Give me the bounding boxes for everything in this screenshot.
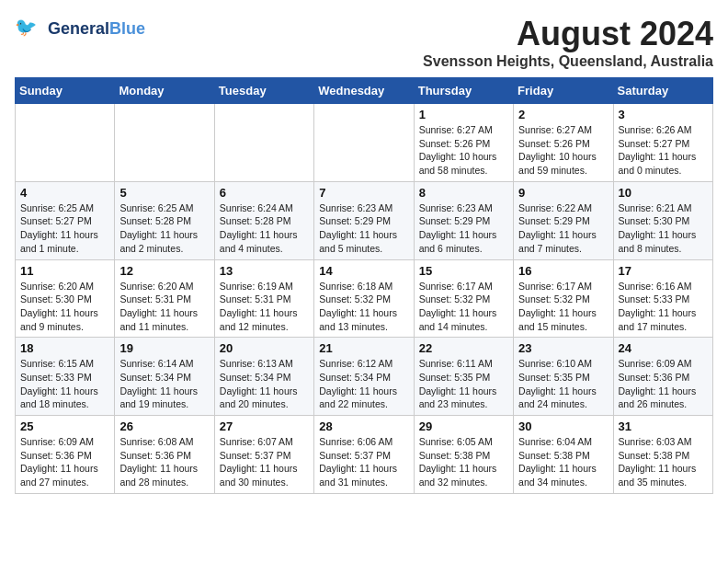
calendar-cell: 3Sunrise: 6:26 AM Sunset: 5:27 PM Daylig… (613, 104, 712, 182)
logo: 🐦 GeneralBlue (15, 15, 145, 44)
day-info: Sunrise: 6:25 AM Sunset: 5:28 PM Dayligh… (119, 201, 209, 256)
calendar-cell: 5Sunrise: 6:25 AM Sunset: 5:28 PM Daylig… (115, 181, 214, 259)
location: Svensson Heights, Queensland, Australia (423, 53, 713, 70)
day-info: Sunrise: 6:21 AM Sunset: 5:30 PM Dayligh… (619, 201, 708, 256)
day-info: Sunrise: 6:15 AM Sunset: 5:33 PM Dayligh… (20, 357, 109, 411)
day-info: Sunrise: 6:20 AM Sunset: 5:30 PM Dayligh… (20, 280, 109, 334)
calendar-cell: 31Sunrise: 6:03 AM Sunset: 5:38 PM Dayli… (613, 416, 712, 494)
calendar-week-row: 4Sunrise: 6:25 AM Sunset: 5:27 PM Daylig… (16, 181, 713, 259)
day-number: 3 (619, 108, 708, 121)
calendar-week-row: 1Sunrise: 6:27 AM Sunset: 5:26 PM Daylig… (16, 104, 713, 182)
day-info: Sunrise: 6:06 AM Sunset: 5:37 PM Dayligh… (319, 435, 408, 489)
day-number: 31 (619, 419, 708, 433)
calendar-cell: 17Sunrise: 6:16 AM Sunset: 5:33 PM Dayli… (613, 259, 712, 338)
day-info: Sunrise: 6:18 AM Sunset: 5:32 PM Dayligh… (319, 280, 408, 334)
calendar-cell: 21Sunrise: 6:12 AM Sunset: 5:34 PM Dayli… (314, 338, 414, 416)
calendar-cell: 24Sunrise: 6:09 AM Sunset: 5:36 PM Dayli… (613, 338, 712, 416)
day-info: Sunrise: 6:19 AM Sunset: 5:31 PM Dayligh… (220, 280, 309, 334)
calendar-cell (115, 104, 214, 182)
calendar-cell: 7Sunrise: 6:23 AM Sunset: 5:29 PM Daylig… (314, 181, 414, 259)
page-header: 🐦 GeneralBlue August 2024 Svensson Heigh… (15, 15, 713, 70)
calendar-cell: 19Sunrise: 6:14 AM Sunset: 5:34 PM Dayli… (115, 338, 214, 416)
day-info: Sunrise: 6:05 AM Sunset: 5:38 PM Dayligh… (419, 435, 508, 489)
calendar-table: SundayMondayTuesdayWednesdayThursdayFrid… (15, 77, 713, 494)
day-info: Sunrise: 6:08 AM Sunset: 5:36 PM Dayligh… (119, 435, 209, 489)
day-info: Sunrise: 6:25 AM Sunset: 5:27 PM Dayligh… (20, 201, 109, 256)
day-info: Sunrise: 6:27 AM Sunset: 5:26 PM Dayligh… (518, 123, 608, 178)
day-of-week-header: Tuesday (214, 78, 313, 104)
day-info: Sunrise: 6:14 AM Sunset: 5:34 PM Dayligh… (119, 357, 209, 411)
day-number: 4 (20, 186, 109, 200)
calendar-cell: 25Sunrise: 6:09 AM Sunset: 5:36 PM Dayli… (16, 416, 115, 494)
day-info: Sunrise: 6:07 AM Sunset: 5:37 PM Dayligh… (220, 435, 309, 489)
day-number: 13 (220, 264, 309, 278)
calendar-cell: 26Sunrise: 6:08 AM Sunset: 5:36 PM Dayli… (115, 416, 214, 494)
logo-icon: 🐦 (15, 15, 44, 44)
day-number: 7 (319, 186, 408, 200)
day-number: 2 (518, 108, 608, 121)
calendar-cell: 20Sunrise: 6:13 AM Sunset: 5:34 PM Dayli… (214, 338, 313, 416)
day-info: Sunrise: 6:20 AM Sunset: 5:31 PM Dayligh… (119, 280, 209, 334)
day-of-week-header: Thursday (414, 78, 513, 104)
day-info: Sunrise: 6:13 AM Sunset: 5:34 PM Dayligh… (220, 357, 309, 411)
day-number: 9 (518, 186, 608, 200)
day-number: 22 (419, 341, 508, 355)
day-info: Sunrise: 6:23 AM Sunset: 5:29 PM Dayligh… (319, 201, 408, 256)
day-number: 30 (518, 419, 608, 433)
day-info: Sunrise: 6:10 AM Sunset: 5:35 PM Dayligh… (518, 357, 608, 411)
day-info: Sunrise: 6:11 AM Sunset: 5:35 PM Dayligh… (419, 357, 508, 411)
calendar-header-row: SundayMondayTuesdayWednesdayThursdayFrid… (16, 78, 713, 104)
day-number: 25 (20, 419, 109, 433)
day-number: 8 (419, 186, 508, 200)
logo-text: GeneralBlue (48, 20, 145, 39)
calendar-cell: 22Sunrise: 6:11 AM Sunset: 5:35 PM Dayli… (414, 338, 513, 416)
day-info: Sunrise: 6:27 AM Sunset: 5:26 PM Dayligh… (419, 123, 508, 178)
day-info: Sunrise: 6:23 AM Sunset: 5:29 PM Dayligh… (419, 201, 508, 256)
calendar-cell (16, 104, 115, 182)
day-info: Sunrise: 6:24 AM Sunset: 5:28 PM Dayligh… (220, 201, 309, 256)
day-number: 23 (518, 341, 608, 355)
day-number: 28 (319, 419, 408, 433)
day-number: 26 (119, 419, 209, 433)
calendar-cell (314, 104, 414, 182)
calendar-cell: 27Sunrise: 6:07 AM Sunset: 5:37 PM Dayli… (214, 416, 313, 494)
calendar-cell: 12Sunrise: 6:20 AM Sunset: 5:31 PM Dayli… (115, 259, 214, 338)
calendar-cell: 18Sunrise: 6:15 AM Sunset: 5:33 PM Dayli… (16, 338, 115, 416)
day-info: Sunrise: 6:09 AM Sunset: 5:36 PM Dayligh… (20, 435, 109, 489)
day-info: Sunrise: 6:12 AM Sunset: 5:34 PM Dayligh… (319, 357, 408, 411)
calendar-cell: 15Sunrise: 6:17 AM Sunset: 5:32 PM Dayli… (414, 259, 513, 338)
day-of-week-header: Friday (514, 78, 613, 104)
calendar-cell: 29Sunrise: 6:05 AM Sunset: 5:38 PM Dayli… (414, 416, 513, 494)
day-number: 10 (619, 186, 708, 200)
calendar-cell: 13Sunrise: 6:19 AM Sunset: 5:31 PM Dayli… (214, 259, 313, 338)
calendar-cell: 14Sunrise: 6:18 AM Sunset: 5:32 PM Dayli… (314, 259, 414, 338)
day-number: 27 (220, 419, 309, 433)
calendar-cell: 16Sunrise: 6:17 AM Sunset: 5:32 PM Dayli… (514, 259, 613, 338)
title-block: August 2024 Svensson Heights, Queensland… (423, 15, 713, 70)
day-number: 29 (419, 419, 508, 433)
day-info: Sunrise: 6:09 AM Sunset: 5:36 PM Dayligh… (619, 357, 708, 411)
day-number: 6 (220, 186, 309, 200)
calendar-cell: 1Sunrise: 6:27 AM Sunset: 5:26 PM Daylig… (414, 104, 513, 182)
day-number: 20 (220, 341, 309, 355)
day-of-week-header: Sunday (16, 78, 115, 104)
day-number: 21 (319, 341, 408, 355)
day-info: Sunrise: 6:04 AM Sunset: 5:38 PM Dayligh… (518, 435, 608, 489)
day-info: Sunrise: 6:26 AM Sunset: 5:27 PM Dayligh… (619, 123, 708, 178)
day-number: 11 (20, 264, 109, 278)
day-info: Sunrise: 6:17 AM Sunset: 5:32 PM Dayligh… (419, 280, 508, 334)
calendar-cell: 11Sunrise: 6:20 AM Sunset: 5:30 PM Dayli… (16, 259, 115, 338)
svg-text:🐦: 🐦 (15, 16, 38, 38)
day-number: 1 (419, 108, 508, 121)
day-number: 15 (419, 264, 508, 278)
day-number: 17 (619, 264, 708, 278)
calendar-cell: 28Sunrise: 6:06 AM Sunset: 5:37 PM Dayli… (314, 416, 414, 494)
calendar-cell: 2Sunrise: 6:27 AM Sunset: 5:26 PM Daylig… (514, 104, 613, 182)
day-number: 24 (619, 341, 708, 355)
day-number: 19 (119, 341, 209, 355)
day-number: 5 (119, 186, 209, 200)
day-info: Sunrise: 6:22 AM Sunset: 5:29 PM Dayligh… (518, 201, 608, 256)
calendar-cell (214, 104, 313, 182)
day-number: 16 (518, 264, 608, 278)
calendar-cell: 23Sunrise: 6:10 AM Sunset: 5:35 PM Dayli… (514, 338, 613, 416)
